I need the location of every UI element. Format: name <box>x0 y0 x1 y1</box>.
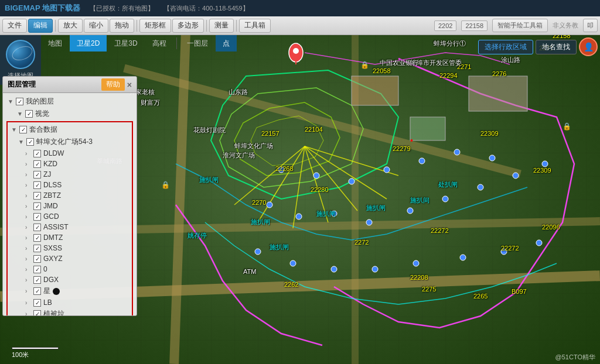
layer-close-btn[interactable]: × <box>127 80 132 90</box>
label-my-layers: 我的图层 <box>26 97 54 107</box>
arrow-DLDW: › <box>25 150 31 157</box>
layer-item-0[interactable]: › 0 <box>23 264 131 274</box>
checkbox-DLDW[interactable] <box>33 150 41 157</box>
checkbox-my-layers[interactable] <box>16 98 23 105</box>
svg-line-7 <box>305 146 328 222</box>
layer-item-KZD[interactable]: › KZD <box>23 159 131 169</box>
user-avatar[interactable]: 👤 <box>579 37 598 56</box>
checkbox-ZJ[interactable] <box>33 171 41 178</box>
toolbar-separator-4 <box>236 20 237 32</box>
checkbox-star[interactable] <box>33 287 41 295</box>
checkbox-KZD[interactable] <box>33 160 41 168</box>
label-ZJ: ZJ <box>43 170 51 178</box>
checkbox-LB[interactable] <box>33 299 41 307</box>
svg-point-27 <box>478 184 483 190</box>
checkbox-overlay-data[interactable] <box>19 126 27 133</box>
arrow-ZJ: › <box>25 171 31 178</box>
checkbox-JMD[interactable] <box>33 202 41 210</box>
layer-item-vegetation[interactable]: › 植被垃 <box>23 308 131 315</box>
tab-point[interactable]: 点 <box>216 35 237 51</box>
svg-rect-11 <box>352 76 398 105</box>
checkbox-vegetation[interactable] <box>33 310 41 315</box>
toolbar-end-btn[interactable]: 叩 <box>583 19 598 32</box>
svg-point-24 <box>366 219 372 225</box>
svg-point-25 <box>407 208 413 214</box>
layer-item-ZJ[interactable]: › ZJ <box>23 169 131 180</box>
tab-satellite-2d[interactable]: 卫星2D <box>70 35 107 51</box>
checkbox-SXSS[interactable] <box>33 245 41 252</box>
svg-point-18 <box>419 158 425 164</box>
checkbox-venue[interactable] <box>26 138 34 146</box>
measure-btn[interactable]: 测量 <box>209 19 234 33</box>
svg-point-22 <box>296 214 302 219</box>
layer-item-DLDW[interactable]: › DLDW <box>23 148 131 159</box>
edit-menu-btn[interactable]: 编辑 <box>28 19 53 33</box>
tab-layer[interactable]: 一图层 <box>180 35 215 51</box>
svg-text:🔒: 🔒 <box>161 180 170 189</box>
zoom-out-btn[interactable]: 缩小 <box>84 19 108 33</box>
drag-btn[interactable]: 拖动 <box>110 19 134 33</box>
checkbox-0[interactable] <box>33 266 41 273</box>
svg-line-5 <box>258 146 305 222</box>
rect-btn[interactable]: 矩形框 <box>139 19 171 33</box>
arrow-JMD: › <box>25 203 31 210</box>
overlay-data-section: ▼ 套合数据 ▼ 蚌埠文化广场54-3 › DLDW › KZD <box>6 121 133 315</box>
layer-overlay-data[interactable]: ▼ 套合数据 <box>9 123 131 136</box>
non-edu-label: 非义务教 <box>553 21 578 30</box>
toolbar-number-1: 2202 <box>434 20 456 31</box>
layer-item-ASSIST[interactable]: › ASSIST <box>23 222 131 232</box>
titlebar: BIGEMAP 地图下载器 【已授权：所有地图】 【咨询电话：400-118-5… <box>0 0 600 16</box>
black-dot-icon <box>53 288 60 295</box>
checkbox-visual[interactable] <box>25 110 33 118</box>
expand-visual-icon: ▼ <box>17 111 23 117</box>
arrow-GXYZ: › <box>25 256 31 262</box>
tools-btn[interactable]: 工具箱 <box>239 19 271 33</box>
file-menu-btn[interactable]: 文件 <box>2 19 27 33</box>
svg-point-21 <box>267 202 272 208</box>
layer-panel-title-text: 图层管理 <box>8 80 36 90</box>
region-select-btn[interactable]: 选择行政区域 <box>478 40 533 54</box>
svg-marker-3 <box>251 116 323 166</box>
layer-item-GXYZ[interactable]: › GXYZ <box>23 253 131 264</box>
place-search-btn[interactable]: 地名查找 <box>536 40 577 54</box>
globe-icon[interactable] <box>6 40 35 69</box>
layer-panel-header: 图层管理 帮助 × <box>3 77 137 93</box>
polygon-btn[interactable]: 多边形 <box>172 19 204 33</box>
layer-help-btn[interactable]: 帮助 <box>101 78 125 91</box>
checkbox-GCD[interactable] <box>33 213 41 221</box>
label-GXYZ: GXYZ <box>43 255 63 263</box>
svg-point-30 <box>255 249 261 255</box>
layer-item-star[interactable]: › 星 <box>23 285 131 297</box>
checkbox-ZBTZ[interactable] <box>33 192 41 200</box>
smart-tools-btn[interactable]: 智能手绘工具箱 <box>492 19 548 32</box>
layer-item-ZBTZ[interactable]: › ZBTZ <box>23 190 131 201</box>
zoom-in-btn[interactable]: 放大 <box>58 19 83 33</box>
layer-my-layers[interactable]: ▼ 我的图层 <box>5 95 134 108</box>
layer-item-DGX[interactable]: › DGX <box>23 274 131 285</box>
layer-item-JMD[interactable]: › JMD <box>23 201 131 211</box>
layer-item-DMTZ[interactable]: › DMTZ <box>23 232 131 243</box>
label-overlay-data: 套合数据 <box>29 125 57 135</box>
toolbar-separator-2 <box>137 20 137 32</box>
svg-point-31 <box>290 260 296 266</box>
layer-item-GCD[interactable]: › GCD <box>23 211 131 222</box>
svg-point-43 <box>293 48 299 54</box>
scale-bar: 100米 <box>12 347 59 359</box>
checkbox-GXYZ[interactable] <box>33 255 41 263</box>
tab-elevation[interactable]: 高程 <box>145 35 173 51</box>
label-star: 星 <box>43 286 50 296</box>
layer-item-DLSS[interactable]: › DLSS <box>23 180 131 190</box>
checkbox-DMTZ[interactable] <box>33 234 41 242</box>
svg-rect-13 <box>469 76 527 111</box>
checkbox-DLSS[interactable] <box>33 181 41 189</box>
scale-label: 100米 <box>12 351 59 359</box>
tab-satellite-3d[interactable]: 卫星3D <box>107 35 144 51</box>
layer-visual[interactable]: ▼ 视觉 <box>15 108 134 120</box>
layer-item-LB[interactable]: › LB <box>23 297 131 308</box>
layer-venue[interactable]: ▼ 蚌埠文化广场54-3 <box>16 136 131 148</box>
svg-point-28 <box>513 173 519 178</box>
tab-map[interactable]: 地图 <box>41 35 69 51</box>
checkbox-DGX[interactable] <box>33 276 41 284</box>
layer-item-SXSS[interactable]: › SXSS <box>23 243 131 253</box>
checkbox-ASSIST[interactable] <box>33 224 41 231</box>
